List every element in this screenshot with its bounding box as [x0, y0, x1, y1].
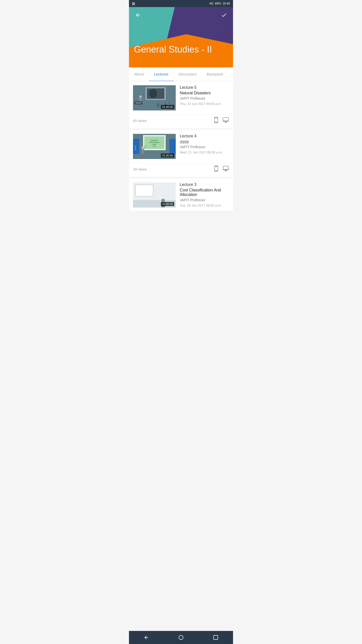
svg-rect-30	[141, 158, 143, 158]
lecture-main-5: NIDM 01:00:00 Lecture 5 Natural Disaster…	[129, 81, 233, 113]
network-indicator: 4G	[209, 2, 213, 5]
battery-level: 89%	[215, 2, 221, 5]
svg-point-9	[157, 102, 159, 104]
lecture-professor-4: JAPIT Professor	[180, 145, 229, 149]
lecture-actions-5	[213, 117, 229, 125]
svg-rect-7	[138, 98, 140, 99]
tab-backpack[interactable]: Backpack	[202, 67, 228, 81]
svg-point-36	[179, 635, 183, 640]
lecture-number-5: Lecture 5	[180, 85, 229, 90]
notification-icon: 🖼	[132, 2, 135, 6]
lecture-main-4: GLOCAL CENTRAL PROCESSING UNIT (CPU)	[129, 130, 233, 162]
nidm-badge: NIDM	[134, 101, 142, 104]
svg-text:CENTRAL: CENTRAL	[151, 140, 158, 141]
thumb-duration-4: 01:00:00	[161, 153, 174, 157]
lecture-views-4: 39 views	[133, 167, 147, 171]
svg-point-27	[141, 146, 144, 149]
svg-text:(CPU): (CPU)	[153, 146, 156, 147]
lecture-info-5: Lecture 5 Natural Disasters JAPIT Profes…	[180, 85, 229, 106]
hero-nav	[129, 7, 233, 25]
svg-text:GLOCAL: GLOCAL	[135, 145, 136, 150]
thumb-duration-3: 01:00:00	[161, 202, 174, 206]
svg-point-11	[165, 102, 167, 104]
svg-point-34	[161, 199, 165, 202]
status-bar: 🖼 4G 89% 18:40	[129, 0, 233, 7]
mobile-icon-5[interactable]	[213, 117, 219, 125]
svg-point-5	[139, 95, 142, 98]
tab-discussion[interactable]: Discussion	[173, 67, 202, 81]
thumb-duration-5: 01:00:00	[161, 105, 174, 109]
lecture-professor-5: JAPIT Professor	[180, 96, 229, 100]
lecture-footer-5: 69 views	[129, 114, 233, 128]
lecture-thumbnail-4[interactable]: GLOCAL CENTRAL PROCESSING UNIT (CPU)	[133, 134, 176, 159]
svg-rect-33	[135, 185, 153, 196]
svg-point-13	[168, 102, 170, 104]
desktop-icon-5[interactable]	[222, 117, 229, 125]
hero-section: General Studies - II	[129, 7, 233, 67]
check-button[interactable]	[220, 11, 228, 21]
lecture-title-4: gggg	[180, 139, 229, 144]
svg-rect-28	[142, 149, 144, 154]
status-bar-left: 🖼	[132, 1, 135, 6]
mobile-icon-4[interactable]	[213, 165, 219, 173]
back-button[interactable]	[134, 11, 142, 21]
svg-rect-20	[169, 139, 176, 154]
lecture-actions-4	[213, 165, 229, 173]
svg-text:UNIT: UNIT	[153, 144, 156, 145]
course-title: General Studies - II	[134, 44, 212, 55]
lecture-footer-4: 39 views	[129, 163, 233, 177]
svg-rect-8	[140, 98, 143, 99]
lecture-card-3[interactable]: 01:00:00 Lecture 3 Cost Classification A…	[129, 178, 233, 211]
svg-rect-37	[214, 635, 218, 640]
lecture-date-4: Wed, 21 Jun 2017 09:00 a.m.	[180, 150, 229, 154]
tab-bookmarks[interactable]: Bookmarks	[228, 67, 233, 81]
lecture-thumbnail-3[interactable]: 01:00:00	[133, 182, 176, 208]
lecture-number-4: Lecture 4	[180, 134, 229, 138]
lecture-info-4: Lecture 4 gggg JAPIT Professor Wed, 21 J…	[180, 134, 229, 154]
lecture-views-5: 69 views	[133, 119, 147, 123]
nav-back-button[interactable]	[139, 633, 154, 642]
desktop-icon-4[interactable]	[222, 165, 229, 173]
svg-text:PROCESSING: PROCESSING	[149, 142, 159, 143]
lecture-thumbnail-5[interactable]: NIDM 01:00:00	[133, 85, 176, 110]
lecture-card-5[interactable]: NIDM 01:00:00 Lecture 5 Natural Disaster…	[129, 81, 233, 128]
lecture-professor-3: JAPIT Professor	[180, 198, 229, 202]
tab-lectures[interactable]: Lectures	[149, 67, 173, 81]
lecture-number-3: Lecture 3	[180, 182, 229, 187]
lectures-list: NIDM 01:00:00 Lecture 5 Natural Disaster…	[129, 81, 233, 211]
lecture-date-3: Tue, 20 Jun 2017 09:00 a.m.	[180, 204, 229, 207]
lecture-info-3: Lecture 3 Cost Classification And Alloca…	[180, 182, 229, 207]
lecture-title-5: Natural Disasters	[180, 91, 229, 95]
bottom-nav	[129, 631, 233, 644]
tabs-bar: About Lectures Discussion Backpack Bookm…	[129, 67, 233, 81]
lecture-main-3: 01:00:00 Lecture 3 Cost Classification A…	[129, 178, 233, 211]
lecture-title-3: Cost Classification And Allocation	[180, 188, 229, 197]
tab-about[interactable]: About	[129, 67, 149, 81]
lecture-date-5: Thu, 22 Jun 2017 09:00 a.m.	[180, 102, 229, 106]
clock: 18:40	[222, 2, 230, 5]
nav-recent-button[interactable]	[208, 633, 223, 642]
lecture-card-4[interactable]: GLOCAL CENTRAL PROCESSING UNIT (CPU)	[129, 130, 233, 177]
nav-home-button[interactable]	[173, 633, 189, 642]
svg-point-4	[149, 89, 157, 98]
